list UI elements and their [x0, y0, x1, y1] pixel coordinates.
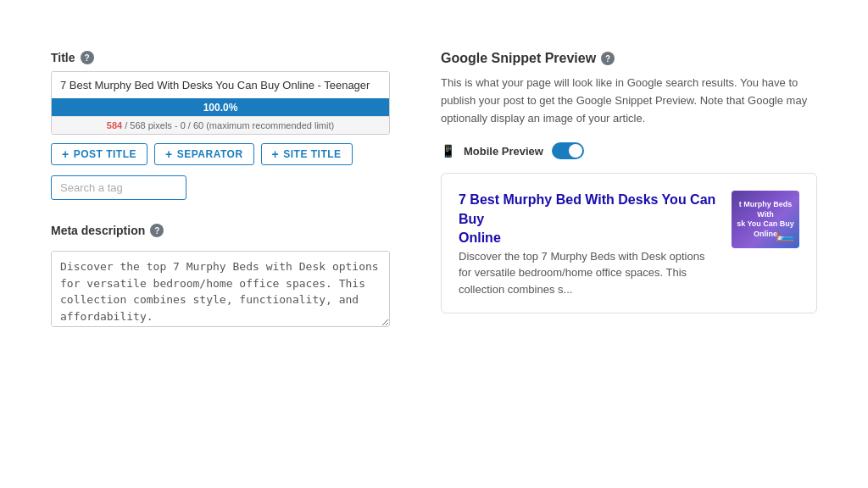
snippet-title-text: Google Snippet Preview [441, 51, 596, 66]
mobile-icon: 📱 [441, 144, 455, 158]
preview-inner: 7 Best Murphy Bed With Desks You Can Buy… [459, 191, 799, 297]
meta-section: Meta description ? Discover the top 7 Mu… [51, 224, 390, 330]
pixel-info-text: / 568 pixels - 0 / 60 (maximum recommend… [122, 120, 334, 130]
snippet-help-icon[interactable]: ? [601, 52, 615, 65]
meta-help-icon[interactable]: ? [150, 224, 164, 237]
meta-section-header: Meta description ? [51, 224, 390, 237]
snippet-title: Google Snippet Preview ? [441, 51, 817, 66]
post-title-button[interactable]: + POST TITLE [51, 143, 147, 165]
mobile-preview-label: Mobile Preview [464, 145, 543, 158]
mobile-preview-row: 📱 Mobile Preview [441, 142, 817, 159]
snippet-description: This is what your page will look like in… [441, 75, 817, 127]
title-label: Title [51, 51, 75, 64]
site-title-button[interactable]: + SITE TITLE [261, 143, 353, 165]
preview-link-line1: 7 Best Murphy Bed With Desks You Can Buy [459, 192, 715, 225]
preview-link-line2: Online [459, 230, 501, 245]
meta-textarea[interactable]: Discover the top 7 Murphy Beds with Desk… [51, 251, 390, 327]
pixel-count: 584 [107, 120, 122, 130]
preview-image: t Murphy Beds Withsk You Can Buy Online … [732, 191, 799, 248]
button-row: + POST TITLE + SEPARATOR + SITE TITLE [51, 143, 390, 165]
title-help-icon[interactable]: ? [81, 51, 94, 64]
meta-label: Meta description [51, 224, 145, 237]
preview-text: 7 Best Murphy Bed With Desks You Can Buy… [459, 191, 720, 297]
post-title-label: POST TITLE [74, 148, 136, 160]
plus-icon-3: + [272, 148, 280, 160]
title-input[interactable] [52, 72, 389, 98]
progress-label: 100.0% [203, 102, 238, 114]
mobile-preview-toggle[interactable] [552, 142, 584, 159]
left-panel: Title ? 100.0% 584 / 568 pixels - 0 / 60… [51, 51, 390, 454]
search-tag-input[interactable] [51, 175, 186, 200]
plus-icon-2: + [165, 148, 173, 160]
plus-icon-1: + [62, 148, 70, 160]
site-title-label: SITE TITLE [283, 148, 341, 160]
preview-image-icon: 🛏️ [776, 225, 794, 243]
toggle-knob [569, 144, 582, 158]
title-input-wrapper: 100.0% 584 / 568 pixels - 0 / 60 (maximu… [51, 71, 390, 135]
progress-bar: 100.0% [52, 98, 389, 116]
separator-label: SEPARATOR [177, 148, 243, 160]
preview-desc: Discover the top 7 Murphy Beds with Desk… [459, 248, 720, 298]
title-section-header: Title ? [51, 51, 390, 64]
preview-card: 7 Best Murphy Bed With Desks You Can Buy… [441, 173, 817, 313]
preview-link[interactable]: 7 Best Murphy Bed With Desks You Can Buy… [459, 192, 715, 245]
pixel-info: 584 / 568 pixels - 0 / 60 (maximum recom… [52, 116, 389, 134]
right-panel: Google Snippet Preview ? This is what yo… [441, 51, 817, 454]
separator-button[interactable]: + SEPARATOR [154, 143, 254, 165]
